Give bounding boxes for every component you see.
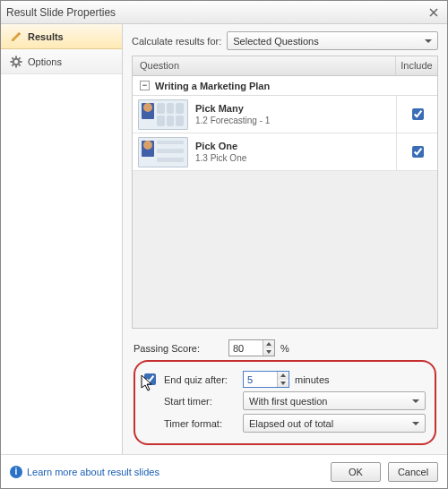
minutes-unit: minutes <box>295 374 330 385</box>
chevron-down-icon <box>409 417 422 430</box>
help-link[interactable]: i Learn more about result slides <box>10 466 159 478</box>
start-timer-dropdown[interactable]: With first question <box>243 391 426 410</box>
question-sub: 1.3 Pick One <box>195 152 396 165</box>
title-bar: Result Slide Properties <box>1 1 447 24</box>
question-group[interactable]: − Writing a Marketing Plan <box>133 76 437 96</box>
question-row[interactable]: Pick Many 1.2 Forecasting - 1 <box>133 96 437 133</box>
timer-format-value: Elapsed out of total <box>249 418 333 429</box>
help-text: Learn more about result slides <box>27 467 159 477</box>
spin-down[interactable] <box>278 380 289 388</box>
start-timer-label: Start timer: <box>164 396 237 407</box>
end-quiz-label: End quiz after: <box>164 374 237 385</box>
passing-score-input[interactable] <box>233 343 262 354</box>
spin-up[interactable] <box>263 340 274 348</box>
passing-score-label: Passing Score: <box>134 343 220 354</box>
calculate-value: Selected Questions <box>233 36 318 47</box>
questions-panel: Question Include − Writing a Marketing P… <box>132 56 438 329</box>
svg-line-8 <box>12 64 13 65</box>
questions-header: Question Include <box>133 56 437 76</box>
end-quiz-checkbox[interactable] <box>144 373 156 385</box>
col-include[interactable]: Include <box>396 56 437 75</box>
passing-unit: % <box>280 343 289 354</box>
timer-format-label: Timer format: <box>164 418 237 429</box>
question-title: Pick One <box>195 140 396 152</box>
info-icon: i <box>10 466 22 478</box>
minutes-input[interactable] <box>247 374 276 385</box>
spin-up[interactable] <box>278 372 289 380</box>
calculate-dropdown[interactable]: Selected Questions <box>227 31 438 50</box>
main-panel: Calculate results for: Selected Question… <box>123 24 447 454</box>
slide-thumbnail <box>138 137 188 167</box>
question-row[interactable]: Pick One 1.3 Pick One <box>133 133 437 171</box>
window-title: Result Slide Properties <box>6 6 426 19</box>
collapse-icon[interactable]: − <box>140 81 150 90</box>
tab-options[interactable]: Options <box>1 49 122 74</box>
include-checkbox[interactable] <box>412 146 424 158</box>
svg-line-5 <box>12 57 13 59</box>
spin-down[interactable] <box>263 348 274 356</box>
group-label: Writing a Marketing Plan <box>155 81 270 91</box>
chevron-down-icon <box>409 395 422 408</box>
cancel-button[interactable]: Cancel <box>388 462 438 482</box>
settings-area: Passing Score: % End quiz after: <box>132 329 438 449</box>
question-sub: 1.2 Forecasting - 1 <box>195 115 396 127</box>
question-title: Pick Many <box>195 102 396 115</box>
col-question[interactable]: Question <box>133 56 396 75</box>
close-icon[interactable] <box>426 4 442 21</box>
sidebar: Results Options <box>1 24 123 454</box>
footer: i Learn more about result slides OK Canc… <box>1 454 447 488</box>
slide-thumbnail <box>138 99 188 130</box>
pencil-icon <box>10 30 22 43</box>
chevron-down-icon <box>422 35 435 47</box>
include-checkbox[interactable] <box>412 108 424 120</box>
start-timer-value: With first question <box>249 396 327 407</box>
svg-line-6 <box>19 64 21 65</box>
ok-button[interactable]: OK <box>331 462 381 482</box>
timer-highlight-box: End quiz after: minutes Start timer: <box>134 360 436 445</box>
svg-line-7 <box>19 57 21 59</box>
minutes-spinner[interactable] <box>243 371 289 388</box>
tab-results[interactable]: Results <box>1 24 122 49</box>
tab-label: Options <box>28 56 62 67</box>
gear-icon <box>10 56 22 68</box>
timer-format-dropdown[interactable]: Elapsed out of total <box>243 414 426 433</box>
tab-label: Results <box>28 31 64 42</box>
calculate-label: Calculate results for: <box>132 36 221 47</box>
svg-point-0 <box>13 58 19 64</box>
passing-score-spinner[interactable] <box>228 339 275 356</box>
